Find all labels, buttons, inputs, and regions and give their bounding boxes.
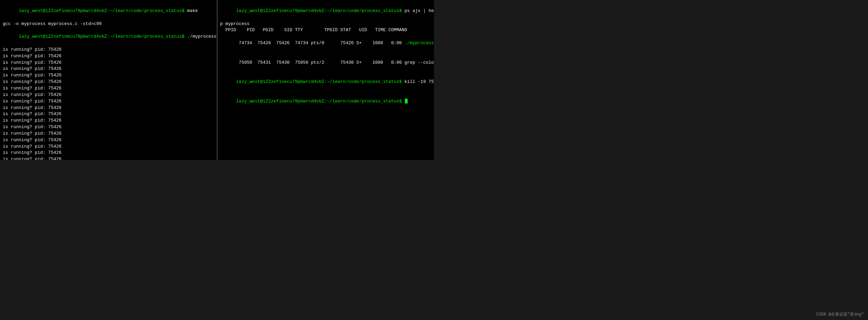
right-prompt-final: lazy_west@iZ2zefinecu79pbwrcd4vbZ:~/lear… — [236, 99, 404, 104]
right-prompt-2: lazy_west@iZ2zefinecu79pbwrcd4vbZ:~/lear… — [236, 79, 404, 84]
left-terminal-pane: lazy_west@iZ2zefinecu79pbwrcd4vbZ:~/lear… — [0, 0, 218, 160]
left-cmd-1: make — [187, 8, 198, 13]
terminal-container: lazy_west@iZ2zefinecu79pbwrcd4vbZ:~/lear… — [0, 0, 434, 160]
left-running-12: is running? pid: 75426 — [3, 118, 214, 124]
left-output-1: gcc -o myprocess myprocess.c -std=c99 — [3, 21, 214, 27]
left-running-5: is running? pid: 75426 — [3, 72, 214, 79]
left-running-16: is running? pid: 75426 — [3, 144, 214, 150]
left-line-2: lazy_west@iZ2zefinecu79pbwrcd4vbZ:~/lear… — [3, 27, 214, 47]
left-running-15: is running? pid: 75426 — [3, 137, 214, 144]
left-line-1: lazy_west@iZ2zefinecu79pbwrcd4vbZ:~/lear… — [3, 1, 214, 21]
right-cursor — [405, 99, 408, 103]
left-running-2: is running? pid: 75426 — [3, 53, 214, 60]
left-running-17: is running? pid: 75426 — [3, 150, 214, 156]
left-running-1: is running? pid: 75426 — [3, 47, 214, 53]
left-running-13: is running? pid: 75426 — [3, 124, 214, 131]
left-running-6: is running? pid: 75426 — [3, 79, 214, 85]
left-running-4: is running? pid: 75426 — [3, 66, 214, 72]
right-line-1: lazy_west@iZ2zefinecu79pbwrcd4vbZ:~/lear… — [220, 1, 432, 21]
left-prompt-2: lazy_west@iZ2zefinecu79pbwrcd4vbZ:~/lear… — [19, 34, 187, 39]
right-output-1: p myprocess — [220, 21, 432, 27]
left-cmd-2: ./myprocess — [187, 34, 216, 39]
right-final-prompt: lazy_west@iZ2zefinecu79pbwrcd4vbZ:~/lear… — [220, 92, 432, 111]
left-running-8: is running? pid: 75426 — [3, 92, 214, 98]
right-line-2: lazy_west@iZ2zefinecu79pbwrcd4vbZ:~/lear… — [220, 72, 432, 92]
right-table-header: PPID PID PGID SID TTY TPGID STAT UID TIM… — [220, 27, 432, 34]
left-running-14: is running? pid: 75426 — [3, 131, 214, 137]
right-row1-cmd: ./myprocess — [405, 40, 434, 46]
left-running-10: is running? pid: 75426 — [3, 105, 214, 111]
right-cmd-2: kill -19 75426 — [405, 79, 434, 84]
right-cmd-1: ps ajx | head -1 && ps ajx | grep myproc… — [405, 8, 434, 13]
right-table-row-2: 75050 75431 75430 75050 pts/2 75430 S+ 1… — [220, 53, 432, 73]
left-running-18: is running? pid: 75426 — [3, 156, 214, 160]
right-terminal-pane: lazy_west@iZ2zefinecu79pbwrcd4vbZ:~/lear… — [218, 0, 434, 160]
left-prompt-1: lazy_west@iZ2zefinecu79pbwrcd4vbZ:~/lear… — [19, 8, 187, 13]
right-table-row-1: 74734 75426 75426 74734 pts/0 75426 S+ 1… — [220, 34, 432, 53]
left-running-9: is running? pid: 75426 — [3, 98, 214, 105]
left-running-3: is running? pid: 75426 — [3, 60, 214, 66]
right-prompt-1: lazy_west@iZ2zefinecu79pbwrcd4vbZ:~/lear… — [236, 8, 404, 13]
right-row2-ppid: 75050 75431 75430 75050 pts/2 75430 S+ 1… — [236, 60, 434, 65]
left-running-11: is running? pid: 75426 — [3, 111, 214, 118]
right-row1-ppid: 74734 75426 75426 74734 pts/0 75426 S+ 1… — [236, 40, 404, 46]
left-running-7: is running? pid: 75426 — [3, 85, 214, 92]
